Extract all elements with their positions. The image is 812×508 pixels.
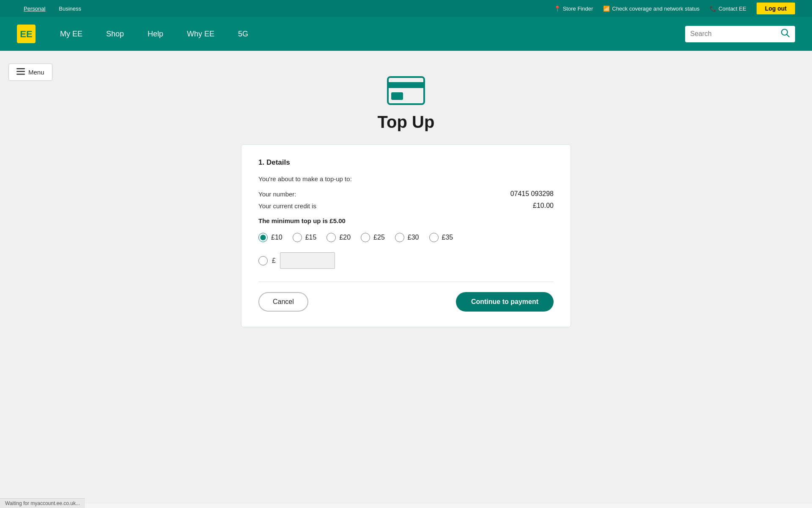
status-text: Waiting for myaccount.ee.co.uk... <box>5 500 80 506</box>
search-input[interactable] <box>690 30 781 38</box>
credit-row: Your current credit is £10.00 <box>258 202 554 210</box>
svg-rect-9 <box>391 92 403 100</box>
amount-radio-row: £10 £15 £20 £25 £30 £35 <box>258 233 554 242</box>
form-card: 1. Details You're about to make a top-up… <box>241 144 571 327</box>
logout-button[interactable]: Log out <box>757 3 795 14</box>
utility-bar: Personal Business 📍 Store Finder 📶 Check… <box>0 0 812 17</box>
nav-my-ee[interactable]: My EE <box>48 17 94 51</box>
pound-sign: £ <box>272 257 276 265</box>
card-icon-wrap <box>0 51 812 105</box>
store-finder-link[interactable]: 📍 Store Finder <box>554 6 593 12</box>
radio-10[interactable] <box>258 233 268 242</box>
search-box <box>685 26 795 42</box>
amount-option-25[interactable]: £25 <box>361 233 385 242</box>
menu-icon <box>16 68 25 76</box>
nav-help[interactable]: Help <box>136 17 175 51</box>
radio-25[interactable] <box>361 233 370 242</box>
coverage-link[interactable]: 📶 Check coverage and network status <box>603 6 700 12</box>
credit-label: Your current credit is <box>258 202 316 210</box>
amount-option-30[interactable]: £30 <box>395 233 419 242</box>
menu-label: Menu <box>28 69 44 76</box>
label-20: £20 <box>339 234 351 241</box>
utility-bar-left: Personal Business <box>17 4 88 14</box>
radio-20[interactable] <box>326 233 336 242</box>
svg-rect-8 <box>388 82 424 88</box>
min-topup-text: The minimum top up is £5.00 <box>258 217 554 224</box>
credit-value: £10.00 <box>533 202 554 210</box>
continue-button[interactable]: Continue to payment <box>456 292 554 312</box>
svg-rect-5 <box>16 71 25 72</box>
search-icon <box>781 28 790 40</box>
number-label: Your number: <box>258 190 296 198</box>
nav-shop[interactable]: Shop <box>94 17 136 51</box>
search-button[interactable] <box>781 28 790 40</box>
nav-5g[interactable]: 5G <box>226 17 260 51</box>
amount-option-35[interactable]: £35 <box>429 233 453 242</box>
personal-link[interactable]: Personal <box>17 4 52 14</box>
credit-card-icon <box>387 76 425 105</box>
svg-rect-7 <box>388 77 424 104</box>
nav-why-ee[interactable]: Why EE <box>175 17 226 51</box>
svg-text:EE: EE <box>20 29 32 39</box>
custom-amount-input[interactable] <box>280 252 335 269</box>
svg-rect-6 <box>16 74 25 75</box>
radio-30[interactable] <box>395 233 404 242</box>
intro-text: You're about to make a top-up to: <box>258 175 554 182</box>
amount-option-10[interactable]: £10 <box>258 233 283 242</box>
label-10: £10 <box>271 234 283 241</box>
page-title: Top Up <box>0 113 812 132</box>
svg-rect-4 <box>16 68 25 69</box>
actions-row: Cancel Continue to payment <box>258 292 554 312</box>
status-bar: Waiting for myaccount.ee.co.uk... <box>0 498 85 508</box>
business-link[interactable]: Business <box>52 4 88 14</box>
label-30: £30 <box>408 234 419 241</box>
label-35: £35 <box>442 234 453 241</box>
divider <box>258 282 554 282</box>
contact-link[interactable]: 📞 Contact EE <box>710 6 746 12</box>
main-nav: EE My EE Shop Help Why EE 5G <box>0 17 812 51</box>
label-25: £25 <box>373 234 385 241</box>
number-value: 07415 093298 <box>510 190 554 198</box>
radio-custom[interactable] <box>258 256 268 265</box>
amount-option-20[interactable]: £20 <box>326 233 351 242</box>
store-icon: 📍 <box>554 6 561 12</box>
custom-amount-row: £ <box>258 252 554 269</box>
utility-bar-right: 📍 Store Finder 📶 Check coverage and netw… <box>554 3 795 14</box>
label-15: £15 <box>305 234 317 241</box>
cancel-button[interactable]: Cancel <box>258 292 308 312</box>
radio-35[interactable] <box>429 233 439 242</box>
svg-line-3 <box>787 34 790 37</box>
section-title: 1. Details <box>258 158 554 167</box>
content-area: Menu Top Up 1. Details You're about to m… <box>0 51 812 504</box>
phone-icon: 📞 <box>710 6 716 12</box>
amount-option-15[interactable]: £15 <box>293 233 317 242</box>
menu-button[interactable]: Menu <box>8 64 52 81</box>
ee-logo[interactable]: EE <box>17 25 36 43</box>
nav-links: My EE Shop Help Why EE 5G <box>48 17 685 51</box>
number-row: Your number: 07415 093298 <box>258 190 554 198</box>
radio-15[interactable] <box>293 233 302 242</box>
signal-icon: 📶 <box>603 6 610 12</box>
